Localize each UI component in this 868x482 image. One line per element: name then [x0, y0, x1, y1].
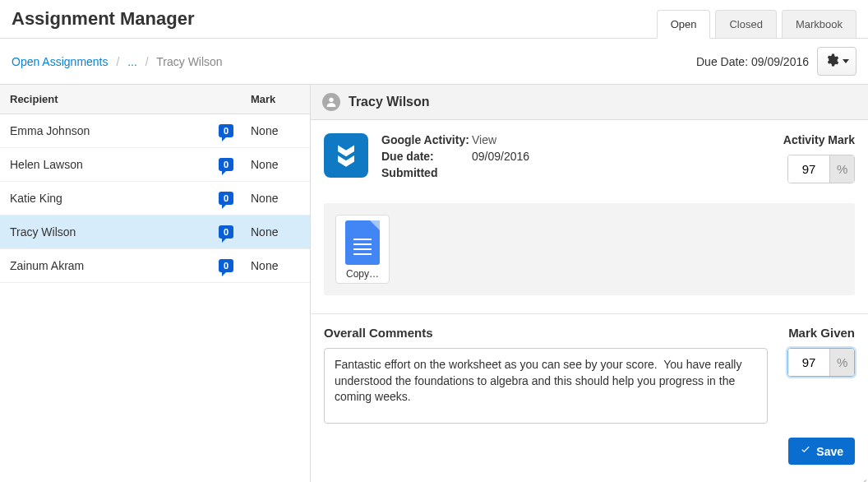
student-name: Tracy Wilson — [349, 95, 430, 109]
comments-header: Overall Comments — [324, 326, 768, 340]
recipient-panel: Recipient Mark Emma Johnson 0 None Helen… — [0, 84, 311, 482]
svg-point-0 — [329, 98, 333, 102]
comment-badge[interactable]: 0 — [219, 158, 233, 171]
breadcrumb-mid[interactable]: ... — [127, 55, 137, 68]
activity-mark-input[interactable] — [788, 155, 829, 183]
comment-badge[interactable]: 0 — [219, 192, 233, 205]
recipient-mark: None — [251, 158, 300, 171]
mark-given-input[interactable] — [788, 349, 829, 376]
table-row[interactable]: Helen Lawson 0 None — [0, 148, 310, 182]
recipient-mark: None — [251, 225, 300, 239]
activity-label: Google Activity: — [381, 133, 472, 146]
recipient-mark: None — [251, 192, 300, 205]
settings-button[interactable] — [817, 47, 856, 76]
status-label: Submitted — [381, 166, 472, 179]
recipient-mark: None — [251, 124, 300, 137]
table-row[interactable]: Katie King 0 None — [0, 182, 310, 216]
table-row[interactable]: Tracy Wilson 0 None — [0, 216, 310, 249]
save-button[interactable]: Save — [788, 438, 855, 465]
tab-markbook[interactable]: Markbook — [782, 10, 856, 38]
breadcrumb-current: Tracy Wilson — [156, 55, 222, 68]
document-thumbnail[interactable]: Copy… — [335, 215, 390, 284]
mark-given-label: Mark Given — [781, 326, 855, 340]
breadcrumb: Open Assignments / ... / Tracy Wilson — [12, 55, 223, 68]
comments-textarea[interactable] — [324, 348, 768, 424]
breadcrumb-root[interactable]: Open Assignments — [12, 55, 108, 68]
comment-badge[interactable]: 0 — [219, 225, 233, 239]
save-button-label: Save — [816, 445, 843, 458]
page-title: Assignment Manager — [12, 8, 195, 38]
table-row[interactable]: Emma Johnson 0 None — [0, 114, 310, 148]
tabs: Open Closed Markbook — [657, 10, 856, 38]
duedate-value: 09/09/2016 — [472, 150, 529, 163]
chevron-down-icon — [843, 59, 849, 63]
google-doc-icon — [345, 220, 380, 265]
avatar-icon — [322, 93, 340, 111]
attachments-area: Copy… — [324, 203, 855, 295]
tab-open[interactable]: Open — [657, 10, 711, 39]
google-activity-icon — [324, 133, 368, 178]
recipient-name: Helen Lawson — [10, 158, 201, 171]
percent-label: % — [829, 155, 854, 183]
recipient-name: Katie King — [10, 192, 201, 205]
breadcrumb-sep: / — [145, 55, 149, 68]
recipient-name: Zainum Akram — [10, 259, 201, 272]
recipient-mark: None — [251, 259, 300, 272]
document-name: Copy… — [341, 268, 384, 280]
percent-label: % — [829, 349, 854, 376]
col-recipient: Recipient — [10, 93, 201, 105]
view-link[interactable]: View — [472, 133, 529, 146]
check-icon — [800, 444, 811, 458]
table-row[interactable]: Zainum Akram 0 None — [0, 249, 310, 283]
breadcrumb-sep: / — [116, 55, 119, 68]
due-date-label: Due Date: 09/09/2016 — [696, 55, 809, 68]
comment-badge[interactable]: 0 — [219, 124, 233, 137]
activity-mark-label: Activity Mark — [783, 133, 855, 146]
detail-panel: Tracy Wilson Google Activity: View Due d… — [311, 84, 868, 482]
comment-badge[interactable]: 0 — [219, 259, 233, 272]
duedate-label: Due date: — [381, 150, 472, 163]
col-mark: Mark — [251, 93, 300, 105]
resize-handle-icon[interactable] — [855, 469, 866, 480]
gear-icon — [824, 53, 839, 70]
recipient-name: Tracy Wilson — [10, 225, 201, 239]
recipient-name: Emma Johnson — [10, 124, 201, 137]
tab-closed[interactable]: Closed — [715, 10, 776, 38]
